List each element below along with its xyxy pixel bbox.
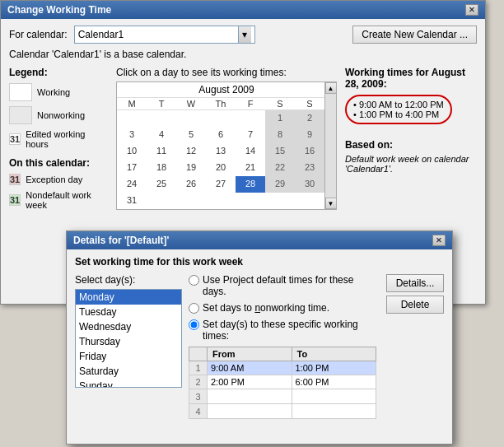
scroll-up-arrow[interactable]: ▲ (325, 82, 337, 94)
oval-container: • 9:00 AM to 12:00 PM • 1:00 PM to 4:00 … (345, 95, 477, 133)
cal-cell-17[interactable]: 17 (117, 160, 147, 176)
cal-cell-9[interactable]: 9 (295, 127, 324, 143)
radio-use-default-input[interactable] (189, 275, 199, 286)
nondefault-label: Nondefault work week (26, 190, 108, 210)
legend-title: Legend: (9, 67, 108, 78)
cal-cell-7[interactable]: 7 (236, 127, 265, 143)
cal-cell-25[interactable]: 25 (147, 176, 176, 193)
to-cell-1[interactable]: 1:00 PM (292, 361, 376, 375)
day-item-thursday[interactable]: Thursday (76, 334, 181, 349)
day-item-friday[interactable]: Friday (76, 349, 181, 364)
dropdown-arrow-icon[interactable]: ▾ (238, 26, 251, 43)
calendar-scrollbar[interactable]: ▲ ▼ (324, 82, 336, 209)
day-item-tuesday[interactable]: Tuesday (76, 305, 181, 319)
on-calendar-title: On this calendar: (9, 157, 108, 169)
day-item-saturday[interactable]: Saturday (76, 364, 181, 379)
cal-cell-24[interactable]: 24 (117, 176, 147, 193)
day-item-monday[interactable]: Monday (76, 290, 181, 305)
cal-cell-21[interactable]: 21 (236, 160, 265, 176)
cal-cell-23[interactable]: 23 (295, 160, 324, 176)
radio-set-nonworking-input[interactable] (189, 303, 199, 314)
cal-cell-empty (206, 110, 236, 127)
cal-cell-22[interactable]: 22 (265, 160, 295, 176)
cal-cell-29[interactable]: 29 (265, 176, 295, 193)
legend-nonworking: Nonworking (9, 106, 108, 124)
cal-cell-5[interactable]: 5 (176, 127, 206, 143)
calendar-dropdown[interactable]: Calendar1 ▾ (74, 26, 255, 44)
exception-day-item: 31 Exception day (9, 174, 108, 185)
day-selection-panel: Select day(s): Monday Tuesday Wednesday … (75, 274, 182, 419)
dialog-title: Details for '[Default]' (73, 235, 169, 246)
cal-cell-10[interactable]: 10 (117, 143, 147, 160)
cal-cell-12[interactable]: 12 (176, 143, 206, 160)
based-on-title: Based on: (345, 139, 477, 151)
dialog-close-button[interactable]: ✕ (432, 235, 446, 246)
base-calendar-text: Calendar 'Calendar1' is a base calendar. (9, 49, 477, 60)
cal-cell-empty (265, 193, 295, 209)
close-button[interactable]: ✕ (465, 4, 478, 16)
cal-cell-18[interactable]: 18 (147, 160, 176, 176)
row-num-3: 3 (189, 389, 208, 404)
cal-cell-3[interactable]: 3 (117, 127, 147, 143)
col-header-to: To (292, 347, 376, 361)
cal-cell-15[interactable]: 15 (265, 143, 295, 160)
cal-cell-19[interactable]: 19 (176, 160, 206, 176)
from-cell-4[interactable] (208, 404, 292, 419)
working-times-section: Working times for August 28, 2009: • 9:0… (345, 67, 477, 215)
cal-cell-28-selected[interactable]: 28 (236, 176, 265, 193)
time-row-1: 1 9:00 AM 1:00 PM (189, 361, 376, 375)
time-row-4: 4 (189, 404, 376, 419)
cal-cell-16[interactable]: 16 (295, 143, 324, 160)
to-cell-3[interactable] (292, 389, 376, 404)
dialog-body: Set working time for this work week Sele… (67, 249, 452, 426)
cal-header-f: F (236, 98, 265, 110)
cal-cell-1[interactable]: 1 (265, 110, 295, 127)
cal-cell-30[interactable]: 30 (295, 176, 324, 193)
dialog-title-bar: Details for '[Default]' ✕ (67, 231, 452, 249)
radio-panel: Use Project default times for these days… (189, 274, 376, 419)
working-time-oval: • 9:00 AM to 12:00 PM • 1:00 PM to 4:00 … (345, 95, 452, 124)
cal-header-m: M (117, 98, 147, 110)
content-area: Legend: Working Nonworking 31 Edited wor… (9, 67, 477, 215)
day-item-wednesday[interactable]: Wednesday (76, 319, 181, 334)
to-cell-4[interactable] (292, 404, 376, 419)
for-calendar-label: For calendar: (9, 29, 68, 40)
radio-set-specific-input[interactable] (189, 319, 199, 330)
details-delete-panel: Details... Delete (386, 274, 444, 419)
cal-cell-13[interactable]: 13 (206, 143, 236, 160)
row-num-1: 1 (189, 361, 208, 375)
nonworking-box (9, 106, 32, 124)
days-listbox[interactable]: Monday Tuesday Wednesday Thursday Friday… (75, 289, 182, 388)
working-times-title: Working times for August 28, 2009: (345, 67, 477, 90)
cal-cell-2[interactable]: 2 (295, 110, 324, 127)
cal-cell-31[interactable]: 31 (117, 193, 147, 209)
cal-cell-6[interactable]: 6 (206, 127, 236, 143)
scroll-down-arrow[interactable]: ▼ (325, 198, 337, 209)
from-cell-3[interactable] (208, 389, 292, 404)
cal-cell-26[interactable]: 26 (176, 176, 206, 193)
exception-box: 31 (9, 174, 21, 185)
cal-cell-8[interactable]: 8 (265, 127, 295, 143)
cal-cell-empty (206, 193, 236, 209)
based-on-text: Default work week on calendar 'Calendar1… (345, 154, 477, 174)
to-cell-2[interactable]: 6:00 PM (292, 375, 376, 389)
from-cell-2[interactable]: 2:00 PM (208, 375, 292, 389)
working-time-bullet-1: • 9:00 AM to 12:00 PM (353, 100, 444, 109)
from-cell-1[interactable]: 9:00 AM (208, 361, 292, 375)
create-new-calendar-button[interactable]: Create New Calendar ... (352, 26, 477, 44)
cal-cell-20[interactable]: 20 (206, 160, 236, 176)
cal-cell-empty (147, 193, 176, 209)
day-item-sunday[interactable]: Sunday (76, 379, 181, 388)
title-bar-buttons: ✕ (465, 4, 478, 16)
edited-box: 31 (9, 133, 21, 145)
calendar-container: August 2009 M T W Th F S S (116, 81, 337, 210)
delete-button[interactable]: Delete (386, 296, 444, 314)
cal-cell-4[interactable]: 4 (147, 127, 176, 143)
cal-cell-11[interactable]: 11 (147, 143, 176, 160)
day-selection-label: Select day(s): (75, 274, 182, 286)
details-button[interactable]: Details... (386, 274, 444, 292)
scroll-track (325, 94, 337, 198)
cal-cell-14[interactable]: 14 (236, 143, 265, 160)
cal-cell-27[interactable]: 27 (206, 176, 236, 193)
main-window-title: Change Working Time (7, 4, 111, 16)
